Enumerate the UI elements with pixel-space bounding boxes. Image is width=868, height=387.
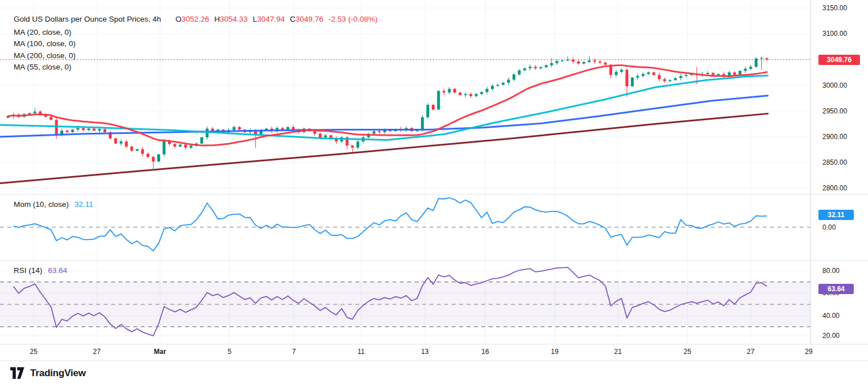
date-tick-label: 16 [473, 348, 498, 356]
price-tick-label: 3150.00 [822, 3, 847, 13]
tradingview-logo-icon [10, 367, 26, 379]
last-price-badge: 3049.76 [818, 55, 860, 65]
date-tick-label: 25 [675, 348, 700, 356]
ma-100-legend[interactable]: MA (100, close, 0) [14, 39, 76, 48]
price-tick-label: 2800.00 [822, 184, 847, 193]
rsi-tick-label: 20.00 [822, 331, 840, 340]
high-value: 3054.33 [220, 15, 248, 23]
close-label: C [290, 15, 296, 23]
date-tick-label: 7 [281, 348, 306, 356]
chart-canvas[interactable] [0, 0, 868, 387]
change-value: -2.53 (-0.08%) [329, 15, 378, 23]
low-value: 3047.94 [257, 15, 285, 23]
price-tick-label: 2950.00 [822, 107, 847, 116]
open-label: O [175, 15, 182, 23]
price-tick-label: 2900.00 [822, 132, 847, 141]
rsi-badge: 63.64 [818, 284, 854, 294]
date-tick-label: 21 [605, 348, 630, 356]
high-label: H [214, 15, 220, 23]
date-tick-label: Mar [148, 348, 173, 356]
ma-200-line [0, 113, 768, 183]
momentum-legend[interactable]: Mom (10, close)32.11 [14, 199, 93, 209]
date-tick-label: 27 [84, 348, 109, 356]
chart-root: Gold US Dollars per Ounce Spot Prices, 4… [0, 0, 868, 387]
date-tick-label: 13 [412, 348, 437, 356]
rsi-legend[interactable]: RSI (14)63.64 [14, 266, 67, 275]
date-tick-label: 25 [21, 348, 46, 356]
momentum-label: Mom (10, close) [14, 200, 69, 209]
open-value: 3052.26 [181, 15, 209, 23]
date-tick-label: 11 [349, 348, 374, 356]
momentum-value: 32.11 [75, 200, 93, 209]
momentum-line [13, 198, 767, 251]
price-tick-label: 3000.00 [822, 81, 847, 90]
ma-20-legend[interactable]: MA (20, close, 0) [14, 27, 71, 37]
momentum-zero-label: 0.00 [822, 223, 836, 232]
tradingview-link[interactable]: TradingView [10, 367, 86, 379]
close-value: 3049.76 [296, 15, 324, 23]
date-tick-label: 19 [542, 348, 567, 356]
rsi-tick-label: 40.00 [822, 311, 840, 320]
rsi-label: RSI (14) [14, 266, 42, 275]
ma-200-legend[interactable]: MA (200, close, 0) [14, 51, 76, 60]
ma-55-legend[interactable]: MA (55, close, 0) [14, 62, 71, 72]
tradingview-brand-text: TradingView [30, 368, 86, 379]
price-tick-label: 3100.00 [822, 29, 847, 38]
price-tick-label: 2850.00 [822, 158, 847, 167]
symbol-title-row[interactable]: Gold US Dollars per Ounce Spot Prices, 4… [14, 14, 378, 24]
date-tick-label: 29 [796, 348, 821, 356]
rsi-value: 63.64 [48, 266, 67, 275]
date-tick-label: 27 [738, 348, 763, 356]
date-tick-label: 5 [217, 348, 242, 356]
momentum-badge: 32.11 [818, 210, 854, 220]
symbol-title: Gold US Dollars per Ounce Spot Prices, 4… [14, 15, 161, 23]
rsi-tick-label: 80.00 [822, 266, 840, 275]
candles-group [7, 56, 768, 169]
